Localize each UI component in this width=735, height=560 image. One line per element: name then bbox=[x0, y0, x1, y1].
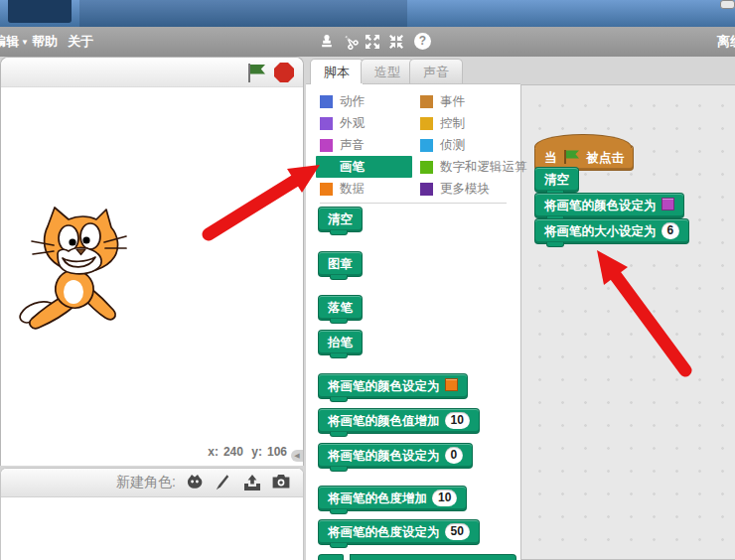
stamp-icon[interactable] bbox=[319, 34, 335, 50]
block-label: 将画笔的颜色值增加 bbox=[328, 414, 440, 428]
stage-panel: x:240 y:106 ◀ bbox=[0, 57, 304, 466]
block-label: 清空 bbox=[328, 212, 353, 226]
block-pen-down[interactable]: 落笔 bbox=[318, 295, 363, 321]
motion-color-square bbox=[320, 95, 333, 108]
category-label: 声音 bbox=[340, 137, 365, 154]
number-input[interactable]: 10 bbox=[445, 412, 470, 429]
number-input[interactable]: 10 bbox=[432, 490, 457, 506]
block-label: 抬笔 bbox=[328, 336, 353, 350]
category-control[interactable]: 控制 bbox=[420, 113, 465, 133]
category-more-blocks[interactable]: 更多模块 bbox=[420, 179, 490, 199]
scratch-cat-sprite[interactable] bbox=[17, 205, 148, 340]
block-label: 清空 bbox=[544, 173, 569, 187]
green-flag-icon bbox=[563, 148, 581, 163]
category-pen-selected[interactable]: 画笔 bbox=[316, 156, 412, 178]
category-label: 事件 bbox=[440, 93, 465, 110]
category-label: 控制 bbox=[440, 115, 465, 132]
block-pen-up[interactable]: 抬笔 bbox=[318, 330, 363, 355]
mouse-coordinates: x:240 y:106 bbox=[1, 445, 303, 465]
category-label: 画笔 bbox=[340, 159, 365, 176]
tab-scripts[interactable]: 脚本 bbox=[310, 59, 364, 84]
hat-when-label: 当 bbox=[544, 151, 557, 165]
operators-color-square bbox=[420, 161, 433, 174]
script-block-set-pen-size[interactable]: 将画笔的大小设定为6 bbox=[534, 218, 689, 244]
block-palette: 动作 外观 声音 画笔 数据 事件 控制 侦测 数字和逻辑运算 更多模块 清空 … bbox=[306, 83, 520, 560]
sprite-list-panel: 新建角色: bbox=[0, 468, 304, 560]
sprite-library-icon[interactable] bbox=[185, 474, 205, 491]
hat-clicked-label: 被点击 bbox=[587, 151, 625, 165]
block-stamp[interactable]: 图章 bbox=[318, 251, 363, 277]
coord-x-value: 240 bbox=[223, 445, 243, 459]
partial-block bbox=[350, 554, 516, 560]
block-change-pen-color[interactable]: 将画笔的颜色值增加10 bbox=[318, 408, 480, 434]
script-block-clear[interactable]: 清空 bbox=[534, 167, 579, 193]
palette-divider bbox=[320, 203, 507, 204]
block-set-pen-color[interactable]: 将画笔的颜色设定为 bbox=[318, 373, 468, 399]
window-titlebar bbox=[0, 0, 735, 27]
block-clear[interactable]: 清空 bbox=[318, 207, 363, 232]
sensing-color-square bbox=[420, 139, 433, 152]
block-label: 图章 bbox=[328, 257, 353, 271]
menubar: 编辑▼ 帮助 关于 ? 离线 bbox=[0, 27, 735, 57]
shrink-icon[interactable] bbox=[388, 34, 404, 50]
tab-sounds[interactable]: 声音 bbox=[409, 59, 463, 83]
new-sprite-toolbar: 新建角色: bbox=[1, 469, 303, 497]
stage-header bbox=[1, 58, 303, 87]
camera-icon[interactable] bbox=[271, 474, 291, 491]
category-operators[interactable]: 数字和逻辑运算 bbox=[420, 157, 527, 177]
coord-y-label: y: bbox=[251, 445, 262, 459]
stage-scroll-arrow-icon[interactable]: ◀ bbox=[291, 450, 303, 462]
block-label: 落笔 bbox=[328, 301, 353, 315]
tab-costumes[interactable]: 造型 bbox=[361, 59, 414, 83]
stop-button[interactable] bbox=[274, 63, 294, 82]
partial-block bbox=[318, 554, 344, 560]
new-sprite-label: 新建角色: bbox=[116, 474, 176, 491]
block-set-pen-shade[interactable]: 将画笔的色度设定为50 bbox=[318, 519, 480, 545]
script-block-set-pen-color[interactable]: 将画笔的颜色设定为 bbox=[534, 193, 684, 218]
category-sensing[interactable]: 侦测 bbox=[420, 135, 465, 155]
category-label: 侦测 bbox=[440, 137, 465, 154]
number-input[interactable]: 6 bbox=[662, 222, 680, 239]
help-icon[interactable]: ? bbox=[414, 33, 431, 50]
import-sprite-icon[interactable] bbox=[242, 474, 262, 491]
category-motion[interactable]: 动作 bbox=[320, 91, 365, 111]
green-flag-button[interactable] bbox=[245, 62, 267, 83]
window-control-button[interactable] bbox=[720, 0, 735, 9]
block-label: 将画笔的颜色设定为 bbox=[328, 379, 440, 393]
sound-color-square bbox=[320, 139, 333, 152]
menu-about[interactable]: 关于 bbox=[68, 27, 93, 57]
chevron-down-icon: ▼ bbox=[21, 38, 29, 47]
offline-indicator: 离线 bbox=[717, 27, 735, 57]
block-change-pen-shade[interactable]: 将画笔的色度增加10 bbox=[318, 486, 467, 511]
menu-help[interactable]: 帮助 bbox=[32, 27, 58, 57]
category-looks[interactable]: 外观 bbox=[320, 113, 365, 133]
scissors-icon[interactable] bbox=[342, 33, 358, 49]
menu-edit[interactable]: 编辑▼ bbox=[0, 27, 29, 58]
titlebar-shade bbox=[79, 0, 407, 27]
more-blocks-color-square bbox=[420, 183, 433, 196]
grow-icon[interactable] bbox=[365, 34, 380, 50]
number-input[interactable]: 0 bbox=[445, 447, 464, 464]
titlebar-logo bbox=[8, 0, 72, 23]
number-input[interactable]: 50 bbox=[445, 523, 470, 540]
events-color-square bbox=[420, 95, 433, 108]
paintbrush-icon[interactable] bbox=[214, 474, 233, 491]
coord-x-label: x: bbox=[208, 445, 219, 459]
category-events[interactable]: 事件 bbox=[420, 91, 465, 111]
category-data[interactable]: 数据 bbox=[320, 179, 365, 199]
block-label: 将画笔的大小设定为 bbox=[544, 224, 657, 238]
block-label: 将画笔的颜色设定为 bbox=[544, 199, 657, 212]
block-label: 将画笔的色度设定为 bbox=[328, 525, 440, 539]
coord-y-value: 106 bbox=[267, 445, 287, 459]
looks-color-square bbox=[320, 117, 333, 130]
data-color-square bbox=[320, 183, 333, 196]
pen-color-swatch[interactable] bbox=[662, 198, 674, 210]
pen-color-swatch[interactable] bbox=[445, 378, 458, 391]
menu-edit-label: 编辑 bbox=[0, 34, 19, 49]
control-color-square bbox=[420, 117, 433, 130]
block-set-pen-color-number[interactable]: 将画笔的颜色设定为0 bbox=[318, 443, 473, 469]
category-label: 外观 bbox=[340, 115, 365, 132]
block-label: 将画笔的色度增加 bbox=[328, 491, 427, 505]
category-sound[interactable]: 声音 bbox=[320, 135, 365, 155]
category-label: 数据 bbox=[340, 181, 365, 198]
